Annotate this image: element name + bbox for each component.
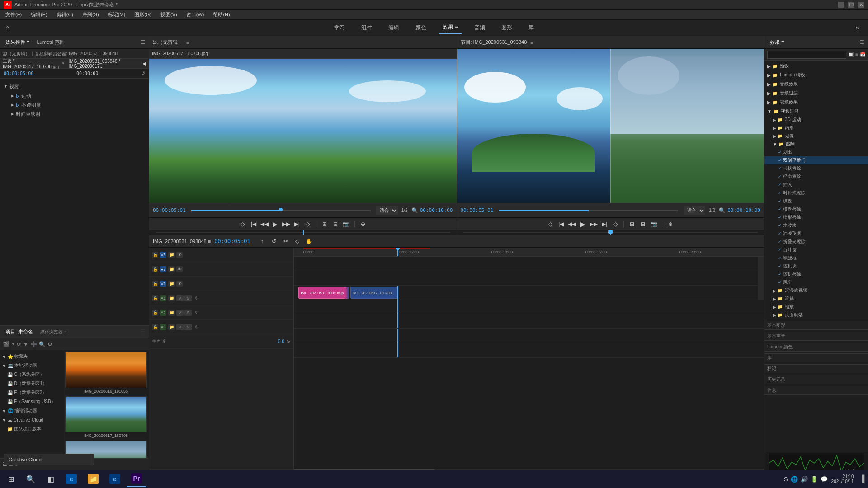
show-desktop-button[interactable]: ▐ (859, 475, 864, 483)
track-v1-camera[interactable]: 📁 (168, 281, 175, 287)
prog-step-back-many[interactable]: |◀ (557, 221, 565, 228)
tl-ripple-tool[interactable]: ◇ (293, 237, 302, 246)
fx-item-shuangce[interactable]: ✓ 双侧平推门 (764, 156, 868, 164)
prog-lift[interactable]: ⊞ (628, 221, 636, 228)
ec-clip-dropdown[interactable]: ▼ (61, 61, 65, 66)
fx-item-fengche[interactable]: ✓ 风车 (764, 278, 868, 286)
track-a2-mic[interactable]: 🎙 (194, 310, 198, 315)
tab-media-browser[interactable]: 媒体浏览器 ≡ (40, 329, 67, 335)
fx-sub-page-peel[interactable]: ▶ 📁 页面剥落 (764, 311, 868, 319)
source-monitor-menu[interactable]: ≡ (186, 40, 189, 45)
fx-cat-lumetri[interactable]: ▶ 📁 Lumetri 特设 (764, 70, 868, 80)
taskbar-premiere[interactable]: Pr (127, 471, 146, 487)
menu-graphics[interactable]: 图形(G) (132, 11, 153, 18)
track-lock-a2[interactable]: 🔒 (152, 310, 158, 316)
fx-filter-icon[interactable]: 📅 (860, 52, 865, 57)
track-lock-v3[interactable]: 🔒 (152, 252, 158, 258)
search-button[interactable]: 🔍 (22, 471, 40, 487)
fx-history[interactable]: 历史记录 (764, 375, 868, 384)
fx-item-baiye[interactable]: ✓ 百叶窗 (764, 246, 868, 254)
clip-v1-2[interactable]: IMG_20200617_180708j (350, 287, 397, 299)
track-v1-eye[interactable]: 👁 (176, 281, 183, 287)
source-export[interactable]: 📷 (343, 221, 350, 228)
task-view-button[interactable]: ◧ (42, 471, 60, 487)
fx-sub-immersive[interactable]: ▶ 📁 沉浸式视频 (764, 286, 868, 295)
ec-clip-name-left[interactable]: 主要 * IMG_20200617_180708.jpg (3, 58, 60, 69)
program-monitor-menu[interactable]: ≡ (530, 40, 533, 45)
source-play[interactable]: ▶ (272, 221, 279, 228)
restore-button[interactable]: ❐ (848, 2, 854, 8)
prog-mark-in[interactable]: ◇ (547, 221, 554, 228)
source-tab[interactable]: 源（无剪辑） (3, 51, 30, 57)
tree-favorites[interactable]: ▼ ⭐ 收藏夹 (0, 352, 63, 361)
program-scrubber[interactable] (499, 210, 678, 211)
track-lock-a3[interactable]: 🔒 (152, 324, 158, 330)
track-a1-solo[interactable]: S (184, 295, 192, 301)
fx-item-luoluo[interactable]: ✓ 螺旋框 (764, 254, 868, 262)
menu-view[interactable]: 视图(V) (159, 11, 179, 18)
prog-export-frame[interactable]: 📷 (650, 221, 657, 228)
notification-icon[interactable]: 💬 (821, 476, 828, 483)
source-mark-in[interactable]: ◇ (239, 221, 246, 228)
prog-step-forward[interactable]: ▶▶ (590, 221, 597, 228)
fx-basic-shapes[interactable]: 基本图形 (764, 321, 868, 330)
tl-selection-tool[interactable]: ↑ (258, 237, 267, 246)
track-a2-mute[interactable]: M (176, 310, 184, 316)
prog-extract[interactable]: ⊟ (639, 221, 646, 228)
track-a3-solo[interactable]: S (184, 324, 192, 330)
nav-more[interactable]: » (852, 23, 863, 33)
tree-network-drives[interactable]: ▼ 🌐 缩缩驱动器 (0, 406, 63, 415)
track-a1-label-btn[interactable]: A1 (160, 295, 166, 301)
fx-item-suijica[interactable]: ✓ 随机擦除 (764, 270, 868, 278)
fx-info[interactable]: 信息 (764, 386, 868, 395)
fx-sub-3d[interactable]: ▶ 📁 3D 运动 (764, 116, 868, 124)
fx-item-daizt[interactable]: ✓ 带状擦除 (764, 164, 868, 173)
fx-markers[interactable]: 标记 (764, 364, 868, 373)
project-search-icon[interactable]: ⟳ (17, 341, 21, 347)
project-filter-icon[interactable]: ▼ (23, 341, 28, 347)
fx-item-huachu[interactable]: ✓ 划出 (764, 148, 868, 156)
fx-search-input[interactable] (767, 51, 846, 59)
program-fit-select[interactable]: 适合 (684, 206, 705, 215)
fx-item-shibo[interactable]: ✓ 水波块 (764, 221, 868, 230)
track-v3-label-btn[interactable]: V3 (160, 252, 166, 258)
track-master-end[interactable]: ⊳ (286, 338, 291, 345)
home-button[interactable]: ⌂ (5, 24, 10, 32)
nav-edit[interactable]: 编辑 (385, 22, 403, 33)
track-v1-label-btn[interactable]: V1 (160, 281, 166, 287)
tree-local-drives[interactable]: ▼ 💻 本地驱动器 (0, 361, 63, 370)
battery-icon[interactable]: 🔋 (811, 476, 818, 483)
track-a2-solo[interactable]: S (184, 310, 192, 316)
fx-item-jingxiang[interactable]: ✓ 径向擦除 (764, 173, 868, 181)
fx-cat-video-fx[interactable]: ▶ 📁 视频效果 (764, 98, 868, 107)
start-button[interactable]: ⊞ (2, 471, 20, 487)
track-a3-mic[interactable]: 🎙 (194, 325, 198, 329)
fx-list-icon[interactable]: ≡ (855, 52, 858, 57)
track-lock-v2[interactable]: 🔒 (152, 266, 158, 272)
clip-v1-1[interactable]: IMG_20200531_093908.jp (298, 287, 345, 299)
ec-reset-icon[interactable]: ↺ (141, 70, 145, 76)
fx-library[interactable]: 库 (764, 353, 868, 362)
source-timeline-bar[interactable] (149, 230, 457, 235)
fx-item-qicai[interactable]: ✓ 油漆飞溅 (764, 230, 868, 238)
track-lock-a1[interactable]: 🔒 (152, 295, 158, 301)
fx-item-xie[interactable]: ✓ 楔形擦除 (764, 213, 868, 221)
fx-search-icon[interactable]: 🔲 (848, 52, 854, 57)
menu-window[interactable]: 窗口(W) (184, 11, 206, 18)
track-a2-label-btn[interactable]: A2 (160, 310, 166, 316)
minimize-button[interactable]: — (838, 2, 844, 8)
fx-sub-dissolve[interactable]: ▶ 📁 溶解 (764, 295, 868, 303)
tree-drive-c[interactable]: 💾 C（系统分区） (5, 370, 63, 379)
track-a2-camera[interactable]: 📁 (168, 310, 175, 316)
program-timecode[interactable]: 00:00:05:01 (461, 207, 494, 213)
track-a3-mute[interactable]: M (176, 324, 184, 330)
ime-icon[interactable]: S (784, 476, 788, 483)
ec-clip-name-right[interactable]: IMG_20200531_093848 * IMG_20200617... (69, 59, 141, 69)
nav-color[interactable]: 颜色 (412, 22, 430, 33)
source-step-back[interactable]: ◀◀ (261, 221, 268, 228)
menu-clip[interactable]: 剪辑(C) (55, 11, 75, 18)
nav-library[interactable]: 库 (525, 22, 538, 33)
project-type-icon[interactable]: 🎬 (3, 341, 9, 347)
thumb-img-616[interactable]: IMG_20200616_191055 (65, 352, 147, 394)
timeline-timecode[interactable]: 00:00:05:01 (214, 238, 250, 244)
